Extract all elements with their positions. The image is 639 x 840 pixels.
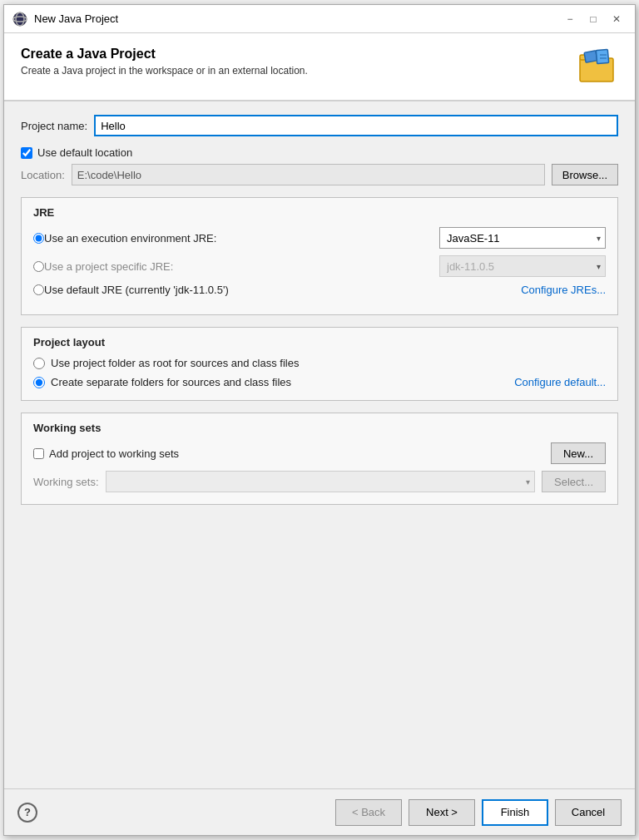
working-sets-label: Working sets: bbox=[33, 476, 99, 488]
add-working-sets-label[interactable]: Add project to working sets bbox=[49, 447, 179, 460]
svg-rect-6 bbox=[596, 49, 608, 63]
cancel-button[interactable]: Cancel bbox=[555, 799, 622, 826]
close-button[interactable]: ✕ bbox=[607, 11, 627, 27]
dialog-description: Create a Java project in the workspace o… bbox=[21, 65, 308, 77]
jre-env-dropdown[interactable]: JavaSE-11 bbox=[439, 227, 606, 249]
jre-option2-label[interactable]: Use a project specific JRE: bbox=[44, 260, 439, 273]
titlebar: New Java Project − □ ✕ bbox=[4, 5, 635, 33]
jre-option3-radio[interactable] bbox=[33, 284, 44, 295]
finish-button[interactable]: Finish bbox=[482, 799, 548, 826]
jre-section-title: JRE bbox=[33, 206, 606, 219]
dialog-title: Create a Java Project bbox=[21, 47, 308, 62]
layout-option2-row: Create separate folders for sources and … bbox=[33, 376, 606, 388]
footer-right: < Back Next > Finish Cancel bbox=[335, 799, 622, 826]
location-input[interactable] bbox=[72, 164, 545, 185]
select-working-sets-button[interactable]: Select... bbox=[542, 471, 606, 492]
working-sets-dropdown-wrapper: ▾ bbox=[106, 471, 536, 492]
jre-option3-row: Use default JRE (currently 'jdk-11.0.5')… bbox=[33, 284, 606, 296]
location-row: Location: Browse... bbox=[21, 164, 618, 185]
add-working-sets-row: Add project to working sets New... bbox=[33, 442, 606, 464]
jre-option3-label[interactable]: Use default JRE (currently 'jdk-11.0.5') bbox=[44, 284, 521, 296]
java-project-icon bbox=[578, 47, 618, 86]
maximize-button[interactable]: □ bbox=[583, 11, 603, 27]
jre-specific-dropdown[interactable]: jdk-11.0.5 bbox=[439, 255, 606, 277]
layout-option2-radio[interactable] bbox=[33, 377, 45, 388]
working-sets-section: Working sets Add project to working sets… bbox=[21, 413, 618, 505]
layout-option1-row: Use project folder as root for sources a… bbox=[33, 357, 606, 369]
jre-option2-radio[interactable] bbox=[33, 261, 44, 272]
layout-option2-radio-row: Create separate folders for sources and … bbox=[33, 376, 514, 388]
jre-section: JRE Use an execution environment JRE: Ja… bbox=[21, 197, 618, 315]
next-button[interactable]: Next > bbox=[409, 799, 475, 826]
project-name-row: Project name: bbox=[21, 115, 618, 136]
browse-button[interactable]: Browse... bbox=[552, 164, 618, 185]
layout-option1-label[interactable]: Use project folder as root for sources a… bbox=[51, 357, 606, 369]
header-text: Create a Java Project Create a Java proj… bbox=[21, 47, 308, 77]
new-working-set-button[interactable]: New... bbox=[551, 442, 606, 464]
svg-rect-5 bbox=[584, 51, 597, 62]
jre-option1-label[interactable]: Use an execution environment JRE: bbox=[44, 232, 439, 245]
content-area: Project name: Use default location Locat… bbox=[4, 101, 635, 788]
titlebar-controls: − □ ✕ bbox=[560, 11, 627, 27]
back-button[interactable]: < Back bbox=[335, 799, 402, 826]
minimize-button[interactable]: − bbox=[560, 11, 580, 27]
add-working-sets-checkbox[interactable] bbox=[33, 448, 44, 459]
default-location-row: Use default location bbox=[21, 146, 618, 159]
use-default-location-checkbox[interactable] bbox=[21, 147, 32, 159]
working-sets-select-row: Working sets: ▾ Select... bbox=[33, 471, 606, 492]
layout-option1-radio[interactable] bbox=[33, 358, 45, 369]
jre-specific-dropdown-wrapper: jdk-11.0.5 ▾ bbox=[439, 255, 606, 277]
jre-option1-row: Use an execution environment JRE: JavaSE… bbox=[33, 227, 606, 249]
working-sets-title: Working sets bbox=[33, 422, 606, 434]
jre-option1-radio[interactable] bbox=[33, 233, 44, 244]
project-layout-section: Project layout Use project folder as roo… bbox=[21, 327, 618, 401]
add-working-sets-left: Add project to working sets bbox=[33, 447, 179, 460]
titlebar-left: New Java Project bbox=[12, 12, 118, 27]
window-icon bbox=[12, 12, 27, 27]
header-panel: Create a Java Project Create a Java proj… bbox=[4, 33, 635, 101]
window-title: New Java Project bbox=[34, 12, 118, 25]
jre-env-dropdown-wrapper: JavaSE-11 ▾ bbox=[439, 227, 606, 249]
project-layout-title: Project layout bbox=[33, 336, 606, 348]
working-sets-dropdown[interactable] bbox=[106, 471, 536, 492]
footer-left: ? bbox=[17, 803, 37, 823]
layout-option2-label[interactable]: Create separate folders for sources and … bbox=[51, 376, 514, 388]
help-button[interactable]: ? bbox=[17, 803, 37, 823]
use-default-location-label[interactable]: Use default location bbox=[37, 146, 132, 159]
configure-default-link[interactable]: Configure default... bbox=[514, 376, 606, 388]
dialog-window: New Java Project − □ ✕ Create a Java Pro… bbox=[3, 4, 636, 836]
project-name-label: Project name: bbox=[21, 120, 87, 132]
location-label: Location: bbox=[21, 169, 65, 181]
configure-jres-link[interactable]: Configure JREs... bbox=[521, 284, 606, 296]
project-name-input[interactable] bbox=[94, 115, 618, 136]
footer: ? < Back Next > Finish Cancel bbox=[4, 788, 635, 835]
jre-option2-row: Use a project specific JRE: jdk-11.0.5 ▾ bbox=[33, 255, 606, 277]
